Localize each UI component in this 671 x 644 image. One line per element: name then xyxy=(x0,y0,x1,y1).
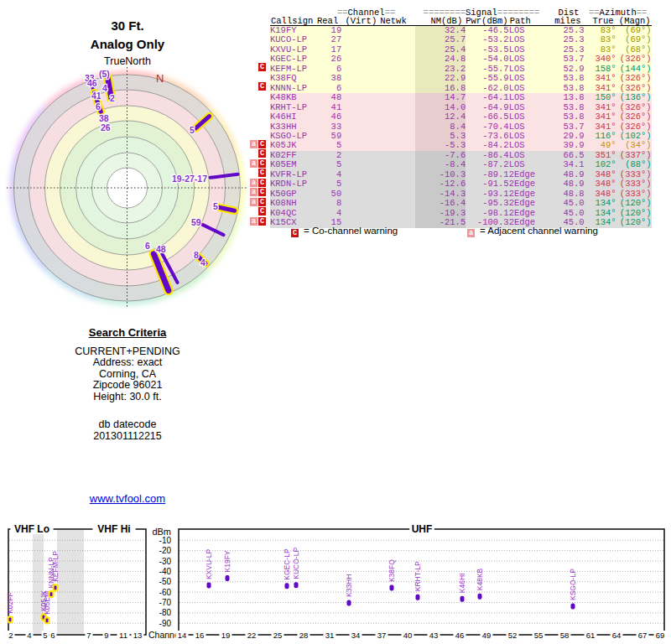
column-header-path: Path xyxy=(509,17,548,26)
co-channel-warning-icon: C xyxy=(258,159,266,168)
column-header-true: True xyxy=(585,17,616,26)
cell-true: 150° xyxy=(585,93,616,102)
cell-miles: 48.9 xyxy=(548,179,585,189)
co-channel-warning-icon: C xyxy=(258,82,266,91)
cell-callsign: KUCO-LP xyxy=(270,35,317,44)
cell-nm: -5.3 xyxy=(415,141,466,150)
channel-tick-label: 16 xyxy=(195,631,205,640)
cell-netwk xyxy=(377,122,415,132)
channel-tick-label: 13 xyxy=(133,631,143,640)
adjacent-channel-legend: a= Adjacent channel warning xyxy=(467,226,598,237)
cell-true: 348° xyxy=(585,190,616,199)
cell-real: 50 xyxy=(317,190,341,199)
cell-virt xyxy=(341,160,377,169)
cell-real: 19 xyxy=(317,26,341,36)
cell-true: 134° xyxy=(585,199,616,208)
cell-nm: -10.3 xyxy=(415,170,466,179)
dbm-tick-label: -70 xyxy=(159,598,172,607)
cell-path: LOS xyxy=(509,74,548,83)
radar-channel-label: 6 xyxy=(145,241,150,251)
station-bar-label: K02FF xyxy=(6,592,14,614)
cell-callsign: KRDN-LP xyxy=(270,179,317,189)
cell-netwk xyxy=(377,132,415,141)
cell-magn: (136°) xyxy=(616,93,652,102)
cell-real: 59 xyxy=(317,132,341,141)
cell-miles: 25.3 xyxy=(548,35,585,44)
station-bar xyxy=(49,591,54,597)
cell-pwr: -64.9 xyxy=(466,103,508,112)
cell-miles: 53.8 xyxy=(548,84,585,93)
column-header-pwrdbm: Pwr(dBm) xyxy=(466,17,508,26)
cell-true: 83° xyxy=(585,35,616,44)
search-zipcode: Zipcode 96021 xyxy=(27,380,228,392)
search-city: Corning, CA xyxy=(27,369,228,381)
table-row: KUCO-LP2725.7-53.2LOS25.383°(69°) xyxy=(270,35,652,44)
co-channel-warning-icon: C xyxy=(258,169,266,177)
cell-real: 48 xyxy=(317,93,341,102)
cell-nm: 23.2 xyxy=(415,65,466,74)
channel-tick-label: 4 xyxy=(27,631,31,640)
cell-nm: -8.4 xyxy=(415,160,466,169)
cell-callsign: K04QC xyxy=(270,209,317,218)
cell-real: 5 xyxy=(317,160,341,169)
channel-tick-label: 2 xyxy=(8,631,13,640)
station-bar xyxy=(226,575,230,581)
cell-callsign: KRHT-LP xyxy=(270,103,317,112)
channel-tick-label: 31 xyxy=(325,631,335,640)
table-column-header-row: CallsignReal(Virt)NetwkNM(dB)Pwr(dBm)Pat… xyxy=(270,17,652,26)
station-bar xyxy=(478,594,482,600)
cell-miles: 53.7 xyxy=(548,55,585,64)
adjacent-channel-warning-icon: a xyxy=(250,188,257,196)
cell-path: 2Edge xyxy=(509,170,548,179)
station-bar xyxy=(347,600,351,606)
dbm-tick-label: -40 xyxy=(159,567,172,576)
adjacent-channel-warning-icon: a xyxy=(250,159,257,168)
cell-virt xyxy=(341,103,377,112)
search-mode: CURRENT+PENDING xyxy=(27,346,228,358)
cell-path: LOS xyxy=(509,55,548,64)
cell-real: 5 xyxy=(317,179,341,189)
cell-path: LOS xyxy=(509,35,548,44)
radar-channel-label: 5 xyxy=(190,125,195,135)
cell-real: 4 xyxy=(317,209,341,218)
cell-true: 83° xyxy=(585,45,616,55)
cell-magn: (69°) xyxy=(616,26,652,36)
dist-group-header: Dist xyxy=(548,8,585,17)
co-channel-legend: C= Co-channel warning xyxy=(291,226,398,237)
table-group-header-row: ==Channel== ========Signal======== Dist … xyxy=(270,8,652,17)
signal-strength-chart: dBm-10-20-30-40-50-60-70-80-90ChannelVHF… xyxy=(0,516,671,644)
station-bar-label: KXVU-LP xyxy=(205,548,213,579)
cell-pwr: -87.2 xyxy=(466,160,508,169)
cell-pwr: -93.1 xyxy=(466,190,508,199)
station-bar xyxy=(54,584,58,590)
channel-tick-label: 61 xyxy=(586,631,596,640)
cell-virt xyxy=(341,112,377,122)
cell-magn: (120°) xyxy=(616,199,652,208)
cell-nm: 12.4 xyxy=(415,112,466,122)
cell-miles: 53.8 xyxy=(548,74,585,83)
cell-netwk xyxy=(377,141,415,150)
cell-callsign: K33HH xyxy=(270,122,317,132)
station-bar xyxy=(294,582,299,588)
column-header-callsign: Callsign xyxy=(270,17,317,26)
cell-pwr: -98.1 xyxy=(466,209,508,218)
cell-real: 8 xyxy=(317,199,341,208)
dbm-tick-label: -20 xyxy=(159,546,172,555)
cell-nm: -19.3 xyxy=(415,209,466,218)
channel-tick-label: 67 xyxy=(638,631,648,640)
tvfool-link[interactable]: www.tvfool.com xyxy=(90,492,165,505)
cell-real: 46 xyxy=(317,112,341,122)
table-row: K05EM5-8.4-87.2LOS34.1102°(88°) xyxy=(270,160,652,169)
channel-tick-label: 37 xyxy=(377,631,387,640)
co-channel-warning-icon: C xyxy=(258,149,266,158)
cell-netwk xyxy=(377,74,415,83)
cell-nm: 25.7 xyxy=(415,35,466,44)
table-row: K33HH338.4-70.4LOS53.7341°(326°) xyxy=(270,122,652,132)
cell-magn: (333°) xyxy=(616,179,652,189)
cell-magn: (88°) xyxy=(616,160,652,169)
cell-virt xyxy=(341,190,377,199)
cell-virt xyxy=(341,151,377,160)
db-datecode-label: db datecode xyxy=(27,419,228,431)
cell-pwr: -62.0 xyxy=(466,84,508,93)
station-bar-label: KEFM-LP xyxy=(51,551,60,582)
